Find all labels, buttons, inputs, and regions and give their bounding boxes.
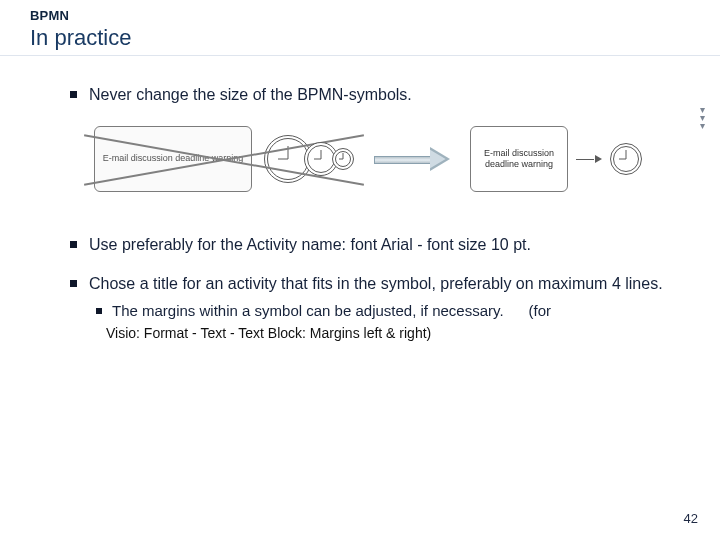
sequence-arrow-icon	[576, 154, 602, 164]
edge-decor: ▾▾▾	[700, 108, 706, 128]
diagram-wrong: E-mail discussion deadline warning	[92, 124, 356, 194]
diagram-correct: E-mail discussion deadline warning	[470, 126, 642, 192]
bullet-3: Chose a title for an activity that fits …	[70, 273, 672, 295]
slide-body: Never change the size of the BPMN-symbol…	[0, 56, 720, 341]
bullet-1: Never change the size of the BPMN-symbol…	[70, 84, 672, 106]
sub-bullet-1-text: The margins within a symbol can be adjus…	[112, 302, 504, 319]
timer-icon	[610, 143, 642, 175]
correct-task-box: E-mail discussion deadline warning	[470, 126, 568, 192]
bullet-marker	[96, 308, 102, 314]
bullet-marker	[70, 241, 77, 248]
wrong-timers	[264, 131, 354, 187]
timer-icon	[332, 148, 354, 170]
bullet-3-text: Chose a title for an activity that fits …	[89, 273, 663, 295]
slide-header: BPMN In practice	[0, 0, 720, 56]
page-number: 42	[684, 511, 698, 526]
arrow-right-icon	[374, 147, 452, 171]
sub-bullet-1: The margins within a symbol can be adjus…	[96, 301, 672, 321]
bullet-marker	[70, 280, 77, 287]
wrong-task-box: E-mail discussion deadline warning	[94, 126, 252, 192]
bullet-1-text: Never change the size of the BPMN-symbol…	[89, 84, 412, 106]
bullet-2: Use preferably for the Activity name: fo…	[70, 234, 672, 256]
bpmn-diagram: E-mail discussion deadline warning E-mai…	[92, 124, 672, 194]
bullet-marker	[70, 91, 77, 98]
bullet-2-text: Use preferably for the Activity name: fo…	[89, 234, 531, 256]
sub-bullet-1-note: (for	[529, 302, 552, 319]
header-kicker: BPMN	[30, 8, 720, 23]
header-title: In practice	[30, 25, 720, 51]
sub-bullet-1-cont: Visio: Format - Text - Text Block: Margi…	[106, 325, 672, 341]
sub-bullet-1-row: The margins within a symbol can be adjus…	[112, 301, 672, 321]
